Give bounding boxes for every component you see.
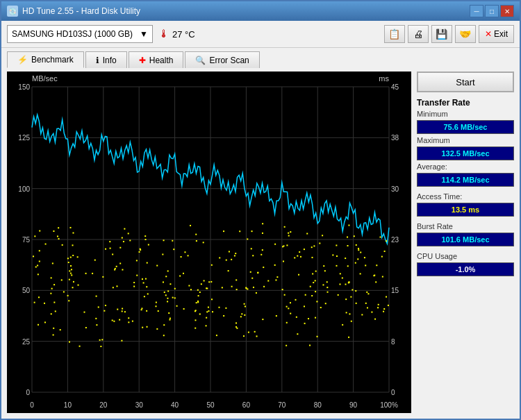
exit-button[interactable]: ✕ Exit <box>479 25 514 43</box>
maximum-value: 132.5 MB/sec <box>417 146 514 160</box>
print-button[interactable]: 🖨 <box>408 25 429 43</box>
tab-health[interactable]: ✚ Health <box>129 51 184 68</box>
minimum-value: 75.6 MB/sec <box>417 120 514 134</box>
burst-rate-label: Burst Rate <box>417 222 514 230</box>
main-content: Start Transfer Rate Minimum 75.6 MB/sec … <box>1 67 520 419</box>
exit-x-icon: ✕ <box>485 29 492 39</box>
chart-canvas <box>7 72 411 413</box>
drive-selector[interactable]: SAMSUNG HD103SJ (1000 GB) ▼ <box>7 25 153 43</box>
side-panel: Start Transfer Rate Minimum 75.6 MB/sec … <box>417 72 514 413</box>
access-time-label: Access Time: <box>417 192 514 201</box>
export-button[interactable]: 🤝 <box>455 25 476 43</box>
tab-error-scan[interactable]: 🔍 Error Scan <box>185 51 259 68</box>
health-tab-label: Health <box>149 56 174 65</box>
copy-icon: 📋 <box>388 28 400 40</box>
access-time-value: 13.5 ms <box>417 203 514 217</box>
average-label: Average: <box>417 162 514 171</box>
title-bar: 💿 HD Tune 2.55 - Hard Disk Utility ─ □ ✕ <box>1 1 520 21</box>
average-value: 114.2 MB/sec <box>417 173 514 187</box>
transfer-rate-title: Transfer Rate <box>417 98 514 108</box>
drive-label: SAMSUNG HD103SJ (1000 GB) <box>12 29 133 39</box>
window-title: HD Tune 2.55 - Hard Disk Utility <box>22 6 140 16</box>
tab-bar: ⚡ Benchmark ℹ Info ✚ Health 🔍 Error Scan <box>1 48 520 67</box>
close-button[interactable]: ✕ <box>500 5 514 17</box>
toolbar-right: 📋 🖨 💾 🤝 ✕ Exit <box>384 25 514 43</box>
minimize-button[interactable]: ─ <box>470 5 483 17</box>
temperature-display: 🌡 27 °C <box>158 28 195 40</box>
cpu-usage-group: CPU Usage -1.0% <box>417 252 514 276</box>
health-tab-icon: ✚ <box>139 56 146 65</box>
save-button[interactable]: 💾 <box>431 25 452 43</box>
main-window: 💿 HD Tune 2.55 - Hard Disk Utility ─ □ ✕… <box>0 0 521 420</box>
maximize-button[interactable]: □ <box>485 5 499 17</box>
title-buttons: ─ □ ✕ <box>470 5 514 17</box>
burst-rate-value: 101.6 MB/sec <box>417 233 514 246</box>
burst-rate-group: Burst Rate 101.6 MB/sec <box>417 222 514 246</box>
tab-info[interactable]: ℹ Info <box>85 51 127 68</box>
title-bar-left: 💿 HD Tune 2.55 - Hard Disk Utility <box>7 6 140 17</box>
toolbar: SAMSUNG HD103SJ (1000 GB) ▼ 🌡 27 °C 📋 🖨 … <box>1 21 520 48</box>
save-icon: 💾 <box>436 28 447 40</box>
error-scan-tab-icon: 🔍 <box>195 56 206 65</box>
print-icon: 🖨 <box>413 28 423 40</box>
benchmark-tab-label: Benchmark <box>31 55 74 65</box>
info-tab-icon: ℹ <box>96 56 99 65</box>
thermometer-icon: 🌡 <box>158 28 169 40</box>
start-button[interactable]: Start <box>417 72 514 92</box>
minimum-label: Minimum <box>417 110 514 118</box>
transfer-rate-group: Transfer Rate Minimum 75.6 MB/sec Maximu… <box>417 98 514 187</box>
exit-label: Exit <box>494 29 508 39</box>
temperature-value: 27 °C <box>172 29 195 40</box>
dropdown-arrow-icon: ▼ <box>140 29 148 39</box>
app-icon: 💿 <box>7 6 18 17</box>
copy-button[interactable]: 📋 <box>384 25 405 43</box>
error-scan-tab-label: Error Scan <box>209 56 249 65</box>
cpu-usage-label: CPU Usage <box>417 252 514 260</box>
benchmark-tab-icon: ⚡ <box>17 55 28 65</box>
benchmark-chart <box>7 72 411 413</box>
cpu-usage-value: -1.0% <box>417 262 514 276</box>
access-time-group: Access Time: 13.5 ms <box>417 192 514 217</box>
export-icon: 🤝 <box>459 28 471 40</box>
tab-benchmark[interactable]: ⚡ Benchmark <box>7 51 84 68</box>
info-tab-label: Info <box>103 56 117 65</box>
maximum-label: Maximum <box>417 136 514 144</box>
